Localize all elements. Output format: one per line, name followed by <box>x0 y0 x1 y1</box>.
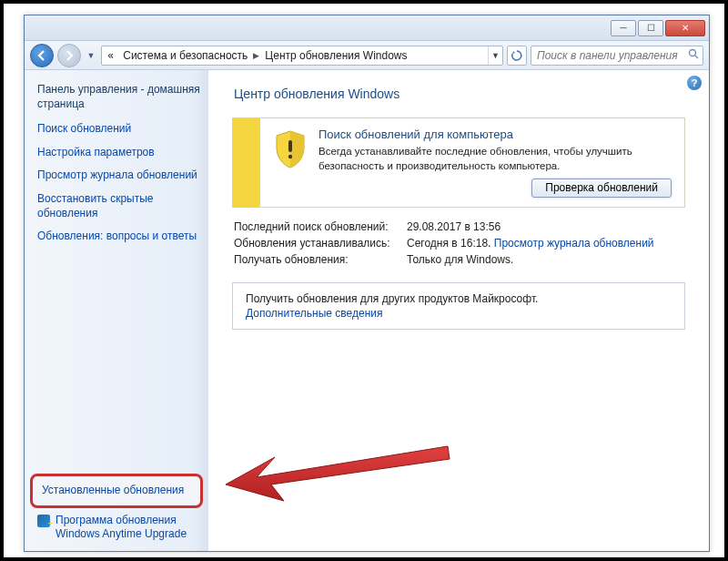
info-label-installed: Обновления устанавливались: <box>234 237 407 250</box>
search-box[interactable] <box>531 46 703 66</box>
svg-point-0 <box>690 50 696 56</box>
sidebar-find-updates[interactable]: Поиск обновлений <box>37 122 208 137</box>
search-icon[interactable] <box>684 48 703 62</box>
breadcrumb-overflow-icon[interactable]: « <box>107 49 117 62</box>
main-content: ? Центр обновления Windows Поиск обновле… <box>208 70 709 551</box>
svg-point-2 <box>288 155 292 158</box>
info-value-installed: Сегодня в 16:18. Просмотр журнала обновл… <box>407 237 685 250</box>
info-label-receive: Получать обновления: <box>234 253 407 266</box>
close-button[interactable]: ✕ <box>665 20 705 36</box>
warning-body: Всегда устанавливайте последние обновлен… <box>318 145 672 173</box>
sidebar-installed-updates-label: Установленные обновления <box>42 484 184 498</box>
additional-info-link[interactable]: Дополнительные сведения <box>246 307 672 320</box>
control-panel-home-link[interactable]: Панель управления - домашняя страница <box>37 83 208 111</box>
info-grid: Последний поиск обновлений: 29.08.2017 в… <box>232 220 685 266</box>
additional-products-panel: Получить обновления для других продуктов… <box>232 282 685 330</box>
nav-back-button[interactable] <box>30 44 54 67</box>
sidebar-anytime-upgrade-label: Программа обновления Windows Anytime Upg… <box>56 514 201 542</box>
help-icon[interactable]: ? <box>687 76 702 90</box>
sidebar-installed-updates[interactable]: Установленные обновления <box>30 474 203 508</box>
minimize-button[interactable]: ─ <box>611 20 636 36</box>
shield-warning-icon <box>273 129 308 169</box>
sidebar-faq[interactable]: Обновления: вопросы и ответы <box>37 230 208 244</box>
breadcrumb-dropdown-icon[interactable]: ▼ <box>488 46 502 65</box>
titlebar: ─ ☐ ✕ <box>25 15 709 41</box>
window-update-center: ─ ☐ ✕ ▼ « Система и безопасность ▶ Центр… <box>24 15 710 552</box>
svg-line-1 <box>695 56 698 58</box>
windows-flag-icon <box>37 515 50 527</box>
svg-rect-3 <box>288 140 292 152</box>
breadcrumb-update-center[interactable]: Центр обновления Windows <box>263 49 409 62</box>
info-value-receive: Только для Windows. <box>407 253 685 266</box>
search-input[interactable] <box>531 49 684 62</box>
address-bar: ▼ « Система и безопасность ▶ Центр обнов… <box>25 41 709 70</box>
sidebar-restore-hidden[interactable]: Восстановить скрытые обновления <box>37 192 208 220</box>
breadcrumb-bar[interactable]: « Система и безопасность ▶ Центр обновле… <box>101 46 503 66</box>
warning-stripe <box>233 118 260 207</box>
chevron-right-icon: ▶ <box>249 51 263 60</box>
sidebar-see-also: Установленные обновления Программа обнов… <box>37 468 208 542</box>
maximize-button[interactable]: ☐ <box>638 20 663 36</box>
view-update-history-link[interactable]: Просмотр журнала обновлений <box>494 237 654 250</box>
breadcrumb-system-security[interactable]: Система и безопасность <box>121 49 249 62</box>
refresh-button[interactable] <box>507 46 527 66</box>
page-title: Центр обновления Windows <box>234 87 685 101</box>
warning-panel: Поиск обновлений для компьютера Всегда у… <box>232 117 685 208</box>
window-body: Панель управления - домашняя страница По… <box>25 70 709 551</box>
sidebar-update-history[interactable]: Просмотр журнала обновлений <box>37 168 208 183</box>
sidebar-settings[interactable]: Настройка параметров <box>37 146 208 160</box>
warning-heading: Поиск обновлений для компьютера <box>318 128 672 141</box>
sidebar-anytime-upgrade[interactable]: Программа обновления Windows Anytime Upg… <box>37 514 201 542</box>
additional-products-text: Получить обновления для других продуктов… <box>246 292 672 305</box>
nav-history-dropdown[interactable]: ▼ <box>85 46 97 65</box>
nav-forward-button[interactable] <box>57 44 81 67</box>
sidebar: Панель управления - домашняя страница По… <box>25 70 208 551</box>
check-updates-button[interactable]: Проверка обновлений <box>531 178 672 198</box>
info-label-last-check: Последний поиск обновлений: <box>234 220 407 233</box>
info-value-last-check: 29.08.2017 в 13:56 <box>407 220 685 233</box>
